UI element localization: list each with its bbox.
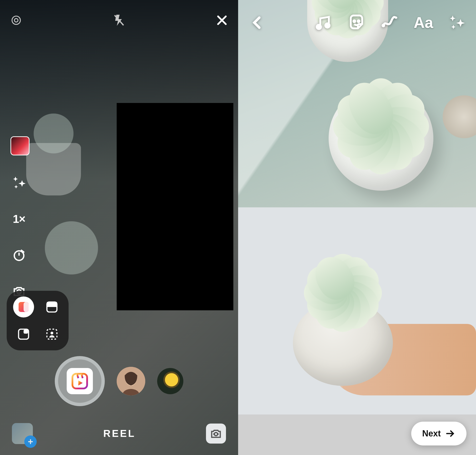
effects-icon[interactable] — [10, 174, 28, 191]
story-canvas[interactable] — [238, 0, 476, 414]
layout-greenscreen-button[interactable] — [41, 324, 62, 345]
flash-off-icon[interactable] — [112, 14, 126, 27]
music-icon[interactable] — [314, 13, 333, 32]
svg-rect-18 — [72, 374, 87, 389]
text-label: Aa — [414, 14, 433, 32]
collage-photo-bottom — [238, 207, 476, 414]
reel-composer-screen: 1× — [0, 0, 238, 455]
filter-avatar-person[interactable] — [117, 367, 145, 395]
add-icon: + — [24, 435, 37, 448]
layout-pip-button[interactable] — [13, 324, 34, 345]
svg-point-28 — [382, 24, 385, 27]
camera-preview-slot — [117, 103, 233, 310]
layout-split-horizontal-button[interactable] — [41, 296, 62, 317]
svg-rect-13 — [47, 302, 57, 307]
arrow-right-icon — [445, 428, 456, 439]
svg-point-17 — [50, 332, 53, 335]
svg-point-26 — [353, 20, 355, 22]
svg-point-24 — [317, 25, 321, 29]
capture-button[interactable] — [55, 356, 105, 406]
svg-point-0 — [12, 16, 20, 24]
sticker-icon[interactable] — [347, 13, 366, 32]
layout-picker — [7, 291, 69, 350]
flip-camera-button[interactable] — [206, 423, 226, 444]
next-label: Next — [422, 429, 441, 439]
svg-rect-15 — [24, 330, 28, 333]
timer-icon[interactable] — [10, 246, 28, 264]
sparkle-effects-icon[interactable] — [447, 13, 467, 32]
svg-point-27 — [358, 20, 360, 22]
bg-decoration — [38, 219, 105, 276]
mode-label: REEL — [103, 428, 136, 439]
story-editor-screen: Aa Next — [238, 0, 476, 455]
reels-icon — [67, 368, 93, 394]
settings-icon[interactable] — [9, 14, 23, 27]
text-button[interactable]: Aa — [414, 13, 433, 32]
svg-rect-11 — [24, 302, 29, 312]
next-button[interactable]: Next — [411, 422, 467, 446]
bg-decoration — [29, 112, 79, 155]
svg-point-25 — [325, 23, 330, 28]
svg-point-1 — [15, 19, 18, 22]
gallery-button[interactable]: + — [12, 423, 33, 444]
layout-split-vertical-button[interactable] — [13, 296, 34, 317]
close-icon[interactable] — [215, 14, 229, 27]
filter-avatar-sunflower[interactable] — [157, 368, 183, 394]
draw-icon[interactable] — [380, 13, 399, 32]
back-icon[interactable] — [248, 13, 267, 32]
speed-label: 1× — [13, 212, 25, 226]
speed-button[interactable]: 1× — [10, 210, 28, 228]
